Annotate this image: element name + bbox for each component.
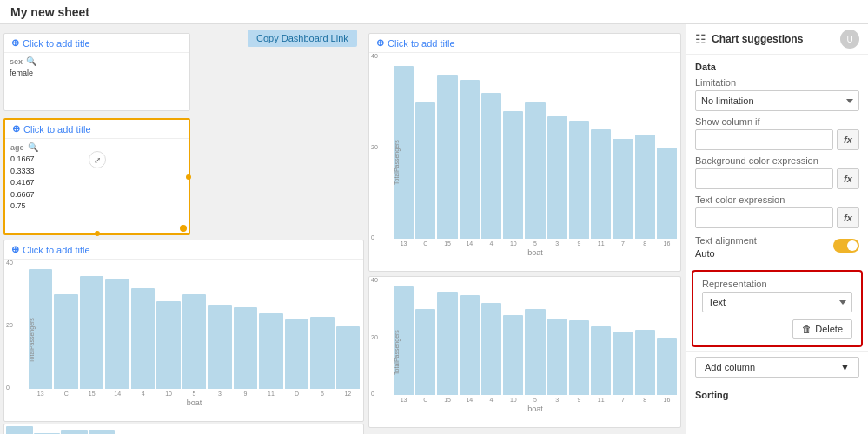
bar — [481, 303, 501, 395]
resize-handle-right[interactable] — [186, 174, 191, 180]
bar — [569, 320, 589, 395]
bar — [547, 319, 567, 395]
bar — [481, 93, 501, 239]
limitation-label: Limitation — [695, 77, 859, 88]
text-alignment-toggle[interactable] — [833, 239, 859, 253]
move-handle[interactable]: ⤢ — [89, 151, 106, 168]
bar — [234, 307, 257, 389]
widget5-x-label: boat — [394, 404, 677, 413]
bar — [259, 313, 282, 389]
copy-dashboard-link-button[interactable]: Copy Dashboard Link — [248, 30, 357, 47]
bar — [613, 139, 633, 240]
limitation-select[interactable]: No limitation — [695, 90, 859, 111]
bg-color-fx-button[interactable]: fx — [837, 168, 859, 189]
resize-handle-bottom[interactable] — [95, 231, 100, 236]
add-column-section: Add column ▼ — [686, 351, 868, 383]
text-color-input[interactable] — [695, 207, 833, 228]
widget3-y-label: TotalPassengers — [29, 318, 35, 363]
widget5-y-label: TotalPassengers — [394, 330, 400, 375]
widget4-x-axis: 13 C 15 14 4 10 5 3 9 11 7 8 16 — [394, 240, 677, 247]
widget6-bars — [4, 424, 363, 434]
bar — [503, 315, 523, 395]
representation-select[interactable]: Text Image Link — [702, 292, 852, 312]
search-icon: 🔍 — [26, 56, 36, 66]
header: My new sheet — [0, 0, 868, 24]
show-column-fx-button[interactable]: fx — [837, 129, 859, 150]
widget1-content: sex 🔍 female — [4, 53, 189, 83]
widget3-x-axis: 13 C 15 14 4 10 5 3 9 11 D 6 12 — [29, 391, 360, 397]
chart-icon: ☷ — [695, 32, 706, 46]
bar — [635, 135, 655, 239]
representation-select-row: Text Image Link — [702, 292, 852, 312]
user-avatar: U — [840, 30, 859, 49]
bar — [156, 301, 180, 390]
bar — [613, 332, 633, 395]
widget3-x-label: boat — [29, 398, 360, 407]
bar — [182, 294, 206, 389]
bar — [437, 292, 457, 395]
widget1-title: ⊕ Click to add title — [4, 34, 189, 53]
bg-color-label: Background color expression — [695, 155, 859, 166]
right-panel: ☷ Chart suggestions U Data Limitation No… — [686, 24, 868, 434]
widget-bar-left: ⊕ Click to add title 40 20 0 TotalPassen… — [3, 240, 364, 422]
bar — [415, 102, 435, 240]
text-alignment-label: Text alignment Auto — [695, 232, 757, 259]
bar — [54, 294, 77, 389]
bg-color-input[interactable] — [695, 168, 833, 189]
resize-handle-br[interactable] — [180, 225, 187, 232]
show-column-label: Show column if — [695, 116, 859, 127]
bar — [285, 319, 308, 389]
widget-bar-small — [3, 424, 364, 434]
bar — [460, 295, 480, 395]
bar — [61, 430, 88, 434]
panel-title: Chart suggestions — [712, 33, 840, 45]
text-color-label: Text color expression — [695, 194, 859, 205]
widget-bar-bottom-right: 40 20 0 TotalPassengers — [368, 276, 681, 428]
widget4-chart: 40 20 0 TotalPassengers — [369, 53, 680, 271]
sorting-title: Sorting — [695, 390, 859, 400]
bar — [415, 309, 435, 395]
bar — [460, 80, 480, 239]
bg-color-row: fx — [695, 168, 859, 189]
widget3-title: ⊕ Click to add title — [4, 240, 363, 260]
widget4-x-label: boat — [394, 248, 677, 257]
widget1-values: female — [10, 68, 184, 80]
text-alignment-row: Text alignment Auto — [695, 232, 859, 259]
bar — [336, 326, 360, 390]
widget1-header: sex 🔍 — [10, 56, 184, 66]
widget3-bars — [29, 263, 360, 389]
canvas-area: Copy Dashboard Link ⊕ Click to add title… — [0, 24, 686, 434]
bar — [89, 430, 116, 434]
widget5-x-axis: 13 C 15 14 4 10 5 3 9 11 7 8 16 — [394, 397, 677, 403]
widget3-y-axis: 40 20 0 — [6, 260, 13, 391]
delete-row: 🗑 Delete — [702, 319, 852, 339]
widget-bar-top-right: ⊕ Click to add title 40 20 0 TotalPassen… — [368, 33, 681, 272]
representation-section: Representation Text Image Link 🗑 Delete — [692, 270, 863, 347]
text-color-fx-button[interactable]: fx — [837, 207, 859, 228]
bar — [591, 129, 611, 239]
page-title: My new sheet — [10, 5, 89, 19]
search-icon-2: 🔍 — [28, 142, 38, 152]
representation-label: Representation — [702, 279, 852, 289]
add-column-button[interactable]: Add column ▼ — [695, 357, 859, 378]
widget4-bars — [394, 56, 677, 239]
delete-button[interactable]: 🗑 Delete — [792, 319, 852, 339]
show-column-input[interactable] — [695, 129, 833, 150]
widget4-y-label: TotalPassengers — [394, 140, 400, 185]
bar — [657, 338, 677, 395]
text-alignment-value: Auto — [695, 248, 757, 259]
bar — [80, 276, 103, 390]
widget4-title: ⊕ Click to add title — [369, 34, 680, 53]
data-section-title: Data — [695, 62, 859, 72]
widget5-chart: 40 20 0 TotalPassengers — [369, 277, 680, 427]
bar — [310, 317, 334, 389]
bar — [105, 279, 129, 389]
widget3-chart: 40 20 0 TotalPassengers — [4, 260, 363, 421]
bar — [525, 309, 545, 395]
bar — [208, 305, 231, 389]
trash-icon: 🗑 — [802, 324, 812, 334]
bar — [437, 75, 457, 239]
sorting-section: Sorting — [686, 383, 868, 407]
bar — [591, 326, 611, 395]
widget4-y-axis: 40 20 0 — [371, 53, 378, 240]
